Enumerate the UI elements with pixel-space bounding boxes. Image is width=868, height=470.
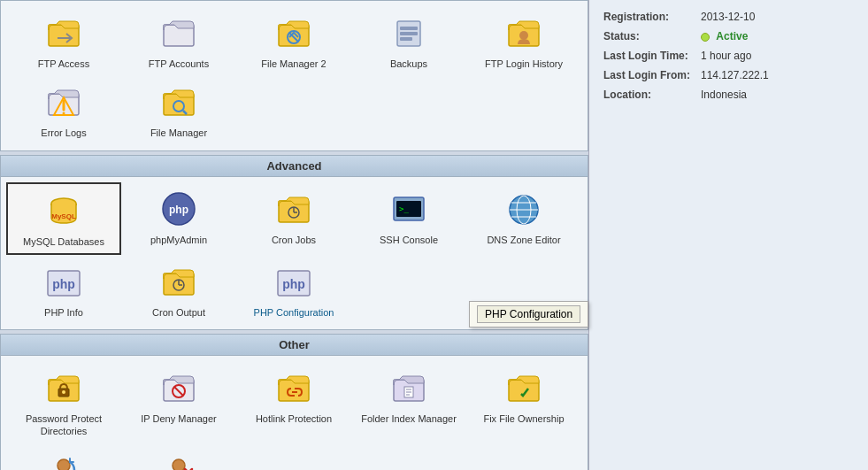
php-configuration-tooltip: PHP Configuration [469, 301, 588, 327]
php-info-icon: php [42, 260, 85, 303]
ftp-login-history-icon [503, 12, 545, 54]
cron-jobs-label: Cron Jobs [272, 234, 316, 246]
registration-label: Registration: [600, 7, 697, 27]
php-configuration-link[interactable]: PHP Configuration [254, 307, 334, 318]
svg-rect-9 [400, 37, 412, 41]
icon-item-mysql-databases[interactable]: MySQL MySQL Databases [6, 182, 121, 255]
file-manager-label: File Manager [150, 127, 207, 139]
advanced-section-header: Advanced [1, 156, 588, 177]
folder-index-manager-label: Folder Index Manager [361, 412, 457, 425]
icon-item-ftp-login-history[interactable]: FTP Login History [466, 6, 581, 75]
ssh-console-icon: >_ [388, 188, 430, 230]
cron-output-label: Cron Output [152, 306, 205, 319]
icon-item-file-manager[interactable]: File Manager [121, 75, 236, 144]
icon-item-ip-deny-manager[interactable]: IP Deny Manager [121, 361, 236, 443]
folder-index-manager-icon [388, 366, 430, 409]
other-section-content: Password ProtectDirectories IP Deny Mana… [1, 356, 588, 470]
php-info-label: PHP Info [44, 306, 83, 319]
file-manager-2-icon [273, 12, 315, 54]
backups-label: Backups [390, 58, 427, 70]
svg-point-57 [173, 459, 185, 470]
location-value: Indonesia [697, 85, 857, 104]
icon-item-folder-index-manager[interactable]: Folder Index Manager [351, 361, 466, 443]
password-protect-icon [42, 366, 85, 409]
status-active-text: Active [716, 30, 748, 42]
right-panel: Registration: 2013-12-10 Status: Active … [588, 0, 868, 470]
svg-point-11 [519, 31, 528, 40]
icon-item-hotlink-protection[interactable]: Hotlink Protection [236, 361, 351, 443]
icon-item-php-configuration[interactable]: php PHP Configuration [236, 255, 351, 324]
reload-account-icon [42, 449, 85, 470]
fix-file-ownership-icon [503, 366, 545, 409]
status-value: Active [697, 27, 857, 46]
ftp-accounts-label: FTP Accounts [149, 58, 209, 70]
icon-item-error-logs[interactable]: Error Logs [6, 75, 121, 144]
last-login-time-row: Last Login Time: 1 hour ago [600, 46, 857, 65]
other-section-header: Other [1, 335, 588, 356]
file-manager-icon [157, 81, 200, 123]
ftp-login-history-label: FTP Login History [485, 58, 563, 70]
hotlink-protection-icon [273, 366, 315, 409]
svg-text:php: php [52, 277, 75, 291]
cron-output-icon [157, 260, 200, 303]
svg-point-56 [58, 459, 70, 470]
svg-rect-7 [400, 27, 418, 30]
advanced-section-title: Advanced [266, 159, 321, 173]
php-configuration-icon: php [273, 260, 315, 303]
top-section: FTP Access FTP Accounts [0, 0, 588, 151]
status-dot-icon [701, 33, 710, 42]
other-section: Other Password ProtectDirectories [0, 334, 588, 470]
file-manager-2-label: File Manager 2 [261, 58, 326, 70]
last-login-from-label: Last Login From: [600, 65, 697, 85]
php-configuration-tooltip-button[interactable]: PHP Configuration [477, 305, 580, 323]
icon-item-ftp-access[interactable]: FTP Access [6, 6, 121, 75]
status-row: Status: Active [600, 27, 857, 46]
error-logs-label: Error Logs [41, 127, 86, 139]
icon-item-php-info[interactable]: php PHP Info [6, 255, 121, 324]
last-login-from-row: Last Login From: 114.127.222.1 [600, 65, 857, 85]
ip-deny-manager-label: IP Deny Manager [141, 412, 216, 425]
status-label: Status: [600, 27, 697, 46]
registration-row: Registration: 2013-12-10 [600, 7, 857, 27]
icon-item-password-protect[interactable]: Password ProtectDirectories [6, 361, 121, 443]
icon-item-ftp-accounts[interactable]: FTP Accounts [121, 6, 236, 75]
other-section-title: Other [279, 338, 310, 351]
left-panel: FTP Access FTP Accounts [0, 0, 588, 470]
dns-zone-editor-icon [503, 188, 545, 230]
cron-jobs-icon [273, 188, 315, 230]
password-protect-label: Password ProtectDirectories [26, 412, 102, 438]
last-login-time-value: 1 hour ago [697, 46, 857, 65]
icon-item-fix-file-ownership[interactable]: Fix File Ownership [466, 361, 581, 443]
icon-item-phpmyadmin[interactable]: php phpMyAdmin [121, 182, 236, 255]
location-label: Location: [600, 85, 697, 104]
icon-item-file-manager-2[interactable]: File Manager 2 [236, 6, 351, 75]
icon-item-reload-account[interactable]: Reload Account [6, 443, 121, 470]
mysql-databases-label: MySQL Databases [23, 235, 104, 248]
registration-value: 2013-12-10 [697, 7, 857, 27]
ip-deny-manager-icon [157, 366, 200, 409]
icon-item-backups[interactable]: Backups [351, 6, 466, 75]
icon-item-cron-jobs[interactable]: Cron Jobs [236, 182, 351, 255]
last-login-time-label: Last Login Time: [600, 46, 697, 65]
phpmyadmin-label: phpMyAdmin [150, 234, 207, 246]
delete-account-icon [157, 449, 200, 470]
top-section-content: FTP Access FTP Accounts [1, 1, 588, 150]
icon-item-delete-account[interactable]: Delete Account [121, 443, 236, 470]
mysql-databases-icon: MySQL [42, 189, 85, 232]
phpmyadmin-icon: php [157, 188, 200, 230]
svg-point-44 [62, 390, 65, 394]
ftp-access-label: FTP Access [38, 58, 89, 70]
backups-icon [388, 12, 430, 54]
svg-text:>_: >_ [399, 204, 409, 213]
svg-text:php: php [169, 204, 188, 216]
dns-zone-editor-label: DNS Zone Editor [487, 234, 560, 246]
icon-item-dns-zone-editor[interactable]: DNS Zone Editor [466, 182, 581, 255]
svg-text:MySQL: MySQL [51, 212, 76, 220]
hotlink-protection-label: Hotlink Protection [256, 412, 332, 425]
icon-item-cron-output[interactable]: Cron Output [121, 255, 236, 324]
location-row: Location: Indonesia [600, 85, 857, 104]
ftp-access-icon [42, 12, 85, 54]
account-info-table: Registration: 2013-12-10 Status: Active … [600, 7, 857, 104]
icon-item-ssh-console[interactable]: >_ SSH Console [351, 182, 466, 255]
last-login-from-value: 114.127.222.1 [697, 65, 857, 85]
